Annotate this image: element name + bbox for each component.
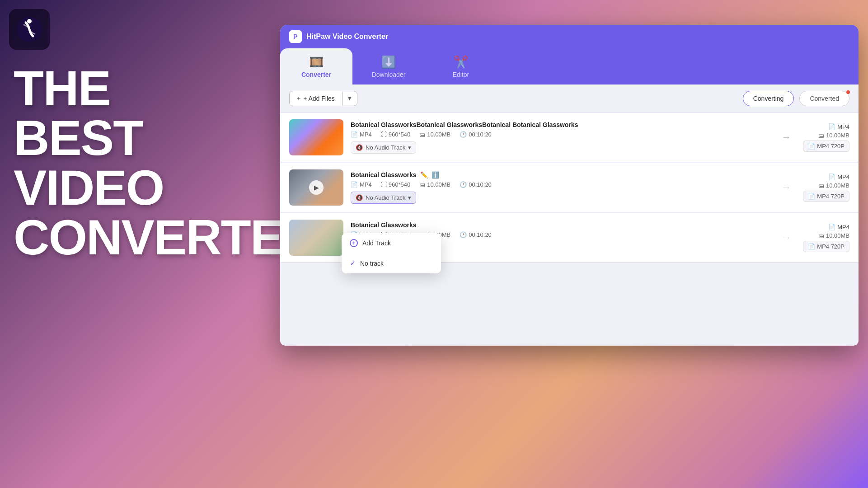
output-format-label-2: MP4 <box>837 174 849 180</box>
audio-icon-2: 🔇 <box>356 194 363 201</box>
duration-label-3: 00:10:20 <box>469 231 492 238</box>
duration-icon-1: 🕐 <box>460 131 467 138</box>
output-info-2: 📄 MP4 🖴 10.00MB 📄 MP4 720P <box>803 174 849 202</box>
output-format-label-1: MP4 <box>837 123 849 130</box>
output-format-label-3: MP4 <box>837 224 849 230</box>
file-icon-1: 📄 <box>351 131 358 138</box>
duration-icon-3: 🕐 <box>460 231 467 238</box>
output-info-3: 📄 MP4 🖴 10.00MB 📄 MP4 720P <box>803 224 849 252</box>
file-format-2: 📄 MP4 <box>351 181 372 188</box>
output-file-icon-1: 📄 <box>828 123 835 130</box>
audio-chevron-2: ▾ <box>408 194 411 201</box>
file-icon-2: 📄 <box>351 181 358 188</box>
output-size-1: 🖴 10.00MB <box>818 132 849 139</box>
format-badge-label-3: MP4 720P <box>817 243 845 250</box>
tab-downloader[interactable]: ⬇️ Downloader <box>352 48 425 84</box>
format-badge-1[interactable]: 📄 MP4 720P <box>803 141 849 152</box>
file-format-1: 📄 MP4 <box>351 131 372 138</box>
app-window: P HitPaw Video Converter 🎞️ Converter ⬇️… <box>280 25 859 346</box>
toolbar: + + Add Files ▼ Converting Converted <box>280 84 859 113</box>
converter-icon: 🎞️ <box>309 55 324 69</box>
file-name-2: Botanical Glassworks ✏️ ℹ️ <box>351 171 769 178</box>
file-thumbnail-3 <box>289 220 343 256</box>
format-badge-3[interactable]: 📄 MP4 720P <box>803 241 849 252</box>
plus-icon: + <box>297 95 300 102</box>
format-badge-2[interactable]: 📄 MP4 720P <box>803 191 849 202</box>
title-bar-text: HitPaw Video Converter <box>306 33 388 41</box>
output-size-label-1: 10.00MB <box>826 132 849 139</box>
file-info-1: Botanical GlassworksBotanical Glassworks… <box>351 121 769 154</box>
title-bar-logo: P <box>289 30 302 43</box>
output-size-2: 🖴 10.00MB <box>818 182 849 189</box>
file-meta-1: 📄 MP4 ⛶ 960*540 🖴 10.00MB 🕐 <box>351 131 769 138</box>
file-resolution-1: ⛶ 960*540 <box>381 131 410 138</box>
file-name-1: Botanical GlassworksBotanical Glassworks… <box>351 121 769 128</box>
file-thumbnail-2: ▶ <box>289 169 343 206</box>
audio-label-2: No Audio Track <box>366 194 405 201</box>
info-icon-2[interactable]: ℹ️ <box>432 171 439 178</box>
play-button-2[interactable]: ▶ <box>309 180 324 195</box>
output-format-3: 📄 MP4 <box>828 224 849 230</box>
arrow-right-2: → <box>781 182 791 193</box>
size-icon-2: 🖴 <box>419 181 425 188</box>
file-thumbnail-1 <box>289 119 343 155</box>
output-size-icon-3: 🖴 <box>818 232 824 239</box>
file-name-text-2: Botanical Glassworks <box>351 171 417 178</box>
format-badge-label-2: MP4 720P <box>817 193 845 200</box>
file-name-3: Botanical Glassworks <box>351 221 769 229</box>
tab-converter[interactable]: 🎞️ Converter <box>280 48 352 84</box>
no-track-item[interactable]: ✓ No track <box>342 253 441 273</box>
output-size-3: 🖴 10.00MB <box>818 232 849 239</box>
format-label-2: MP4 <box>360 181 372 188</box>
tab-downloader-label: Downloader <box>372 71 406 78</box>
audio-dropdown-2[interactable]: 🔇 No Audio Track ▾ <box>351 192 416 204</box>
table-row: ▶ Botanical Glassworks ✏️ ℹ️ 📄 MP4 <box>280 163 859 212</box>
format-label-1: MP4 <box>360 131 372 138</box>
file-name-text-1: Botanical GlassworksBotanical Glassworks… <box>351 121 578 128</box>
arrow-right-3: → <box>781 232 791 244</box>
output-file-icon-3: 📄 <box>828 224 835 230</box>
add-track-icon: + <box>350 239 358 247</box>
add-files-label: + Add Files <box>303 95 335 102</box>
converting-tab-btn[interactable]: Converting <box>743 91 794 106</box>
file-size-1: 🖴 10.00MB <box>419 131 450 138</box>
output-format-2: 📄 MP4 <box>828 174 849 180</box>
check-icon: ✓ <box>350 259 356 267</box>
output-size-icon-2: 🖴 <box>818 182 824 189</box>
duration-icon-2: 🕐 <box>460 181 467 188</box>
table-row: Botanical GlassworksBotanical Glassworks… <box>280 113 859 162</box>
audio-icon-1: 🔇 <box>356 144 363 151</box>
audio-dropdown-popup: + Add Track ✓ No track <box>342 233 441 273</box>
output-size-icon-1: 🖴 <box>818 132 824 139</box>
edit-icon-2[interactable]: ✏️ <box>420 171 428 178</box>
output-size-label-2: 10.00MB <box>826 182 849 189</box>
file-meta-2: 📄 MP4 ⛶ 960*540 🖴 10.00MB 🕐 <box>351 181 769 188</box>
hero-text: THE BEST VIDEO CONVERTER <box>14 63 318 262</box>
file-name-text-3: Botanical Glassworks <box>351 221 417 229</box>
add-track-item[interactable]: + Add Track <box>342 233 441 253</box>
size-label-1: 10.00MB <box>427 131 450 138</box>
format-badge-icon-2: 📄 <box>808 193 815 200</box>
converted-tab-btn[interactable]: Converted <box>799 91 849 106</box>
add-files-dropdown-btn[interactable]: ▼ <box>342 92 357 105</box>
file-list: Botanical GlassworksBotanical Glassworks… <box>280 113 859 346</box>
format-badge-icon-1: 📄 <box>808 143 815 150</box>
output-file-icon-2: 📄 <box>828 174 835 180</box>
file-size-2: 🖴 10.00MB <box>419 181 450 188</box>
add-files-main-btn[interactable]: + + Add Files <box>290 91 342 106</box>
tab-bar: 🎞️ Converter ⬇️ Downloader ✂️ Editor <box>280 48 859 84</box>
tab-editor[interactable]: ✂️ Editor <box>425 48 497 84</box>
format-badge-icon-3: 📄 <box>808 243 815 250</box>
app-logo <box>9 9 50 50</box>
file-duration-2: 🕐 00:10:20 <box>460 181 492 188</box>
arrow-right-1: → <box>781 131 791 143</box>
tab-editor-label: Editor <box>453 71 469 78</box>
audio-dropdown-1[interactable]: 🔇 No Audio Track ▾ <box>351 141 416 154</box>
add-files-button[interactable]: + + Add Files ▼ <box>289 91 357 106</box>
no-track-label: No track <box>360 260 384 267</box>
file-duration-3: 🕐 00:10:20 <box>460 231 492 238</box>
duration-label-1: 00:10:20 <box>469 131 492 138</box>
duration-label-2: 00:10:20 <box>469 181 492 188</box>
res-icon-1: ⛶ <box>381 131 387 138</box>
add-track-label: Add Track <box>362 239 391 247</box>
